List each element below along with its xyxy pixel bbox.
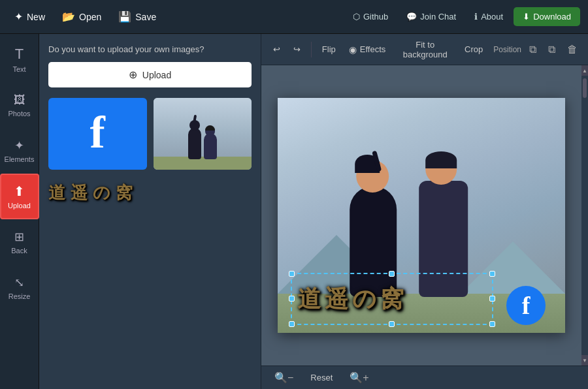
delete-button[interactable]: 🗑 (563, 41, 581, 58)
new-button[interactable]: ✦ New (8, 7, 52, 27)
back-icon: ⊞ (14, 230, 24, 244)
sidebar-back-label: Back (11, 247, 27, 255)
handle-br[interactable] (489, 321, 495, 327)
layers-icon: ⧉ (529, 44, 536, 55)
panel-title: Do you want to upload your own images? (48, 44, 252, 54)
scrollbar-down-button[interactable]: ▼ (581, 355, 588, 366)
reset-button[interactable]: Reset (304, 370, 339, 385)
scrollbar-thumb[interactable] (583, 78, 587, 98)
about-label: About (481, 12, 503, 22)
kids-photo (154, 98, 252, 170)
effects-button[interactable]: ◉ Effects (344, 41, 391, 58)
canvas-scrollbar: ▲ ▼ (581, 65, 588, 366)
selected-element[interactable]: 道 遥 の 窝 (291, 273, 493, 325)
canvas-content[interactable]: 道 遥 の 窝 f (278, 98, 565, 333)
sel-char-3: の (352, 283, 376, 315)
sidebar-item-elements[interactable]: ✦ Elements (0, 128, 39, 174)
flip-button[interactable]: Flip (317, 41, 341, 57)
handle-bl[interactable] (289, 321, 295, 327)
zoom-out-icon: 🔍− (274, 372, 293, 383)
canvas-area: ↩ ↪ Flip ◉ Effects Fit to background Cro… (261, 34, 588, 389)
layer-button[interactable]: ⧉ (525, 41, 540, 58)
scrollbar-track (581, 76, 588, 355)
upload-btn-label: Upload (142, 70, 171, 80)
fit-button[interactable]: Fit to background (393, 37, 457, 63)
joinchat-label: Join Chat (420, 12, 456, 22)
toolbar-right: Position ⧉ ⧉ 🗑 (493, 41, 581, 58)
handle-ml[interactable] (289, 296, 295, 302)
sidebar-icons: T Text 🖼 Photos ✦ Elements ⬆ Upload ⊞ Ba… (0, 34, 39, 389)
sidebar-resize-label: Resize (8, 292, 31, 300)
sidebar-elements-label: Elements (5, 155, 35, 163)
sidebar-item-back[interactable]: ⊞ Back (0, 219, 39, 265)
redo-button[interactable]: ↪ (288, 41, 306, 57)
chat-icon: 💬 (406, 12, 417, 22)
reset-label: Reset (310, 373, 333, 382)
kids-thumbnail[interactable] (154, 98, 252, 170)
undo-icon: ↩ (273, 44, 280, 54)
sticker-char-3[interactable]: の (93, 181, 110, 204)
sticker-char-4[interactable]: 窝 (116, 181, 133, 204)
canvas-workspace: 道 遥 の 窝 f (261, 65, 581, 366)
resize-icon: ⤡ (14, 275, 24, 290)
download-label: Download (533, 12, 571, 22)
scrollbar-up-button[interactable]: ▲ (581, 65, 588, 76)
save-label: Save (135, 12, 156, 22)
sidebar-item-photos[interactable]: 🖼 Photos (0, 82, 39, 128)
position-label: Position (493, 45, 521, 54)
sel-char-4: 窝 (380, 283, 404, 315)
sidebar-item-resize[interactable]: ⤡ Resize (0, 265, 39, 311)
navbar: ✦ New 📂 Open 💾 Save ⬡ Github 💬 Join Chat… (0, 0, 588, 34)
github-button[interactable]: ⬡ Github (345, 8, 396, 25)
handle-tl[interactable] (289, 271, 295, 277)
new-icon: ✦ (14, 10, 23, 23)
crop-label: Crop (465, 44, 483, 54)
canvas-toolbar: ↩ ↪ Flip ◉ Effects Fit to background Cro… (261, 34, 588, 65)
flip-label: Flip (322, 44, 336, 54)
canvas-fb-icon[interactable]: f (506, 286, 546, 325)
open-button[interactable]: 📂 Open (56, 7, 108, 27)
sidebar-item-upload[interactable]: ⬆ Upload (0, 174, 39, 219)
github-label: Github (363, 12, 388, 22)
zoom-out-button[interactable]: 🔍− (270, 369, 297, 386)
workspace-wrapper: 道 遥 の 窝 f ▲ (261, 65, 588, 366)
fit-label: Fit to background (399, 40, 451, 59)
images-grid: f (48, 98, 252, 170)
panel: Do you want to upload your own images? ⊕… (39, 34, 261, 389)
redo-icon: ↪ (293, 44, 301, 54)
open-label: Open (79, 12, 101, 22)
sel-char-2: 遥 (325, 283, 348, 315)
download-button[interactable]: ⬇ Download (514, 7, 580, 26)
crop-button[interactable]: Crop (459, 41, 488, 57)
joinchat-button[interactable]: 💬 Join Chat (399, 8, 464, 25)
handle-tr[interactable] (489, 271, 495, 277)
main-photo: 道 遥 の 窝 f (278, 98, 565, 333)
selected-cjk-chars: 道 遥 の 窝 (297, 283, 404, 315)
elements-icon: ✦ (14, 138, 24, 153)
handle-bc[interactable] (389, 321, 395, 327)
download-icon: ⬇ (523, 12, 530, 22)
undo-button[interactable]: ↩ (268, 41, 286, 57)
toolbar-sep-1 (311, 42, 312, 57)
save-button[interactable]: 💾 Save (112, 7, 163, 27)
fb-thumbnail[interactable]: f (48, 98, 147, 170)
copy-icon: ⧉ (548, 44, 555, 55)
handle-mr[interactable] (489, 296, 495, 302)
text-icon: T (15, 46, 24, 63)
nav-right: ⬡ Github 💬 Join Chat ℹ About ⬇ Download (345, 7, 580, 26)
about-button[interactable]: ℹ About (466, 8, 511, 25)
sticker-char-1[interactable]: 道 (48, 181, 65, 204)
sticker-char-2[interactable]: 遥 (71, 181, 88, 204)
upload-large-button[interactable]: ⊕ Upload (48, 62, 252, 87)
delete-icon: 🗑 (567, 44, 578, 55)
effects-icon: ◉ (349, 44, 357, 55)
sidebar-upload-label: Upload (8, 202, 31, 210)
upload-plus-icon: ⊕ (129, 69, 137, 81)
zoom-in-button[interactable]: 🔍+ (346, 369, 372, 386)
info-icon: ℹ (474, 12, 478, 22)
handle-tc[interactable] (389, 271, 395, 277)
new-label: New (27, 12, 45, 22)
github-icon: ⬡ (353, 12, 360, 22)
sidebar-item-text[interactable]: T Text (0, 37, 39, 82)
duplicate-button[interactable]: ⧉ (544, 41, 559, 58)
